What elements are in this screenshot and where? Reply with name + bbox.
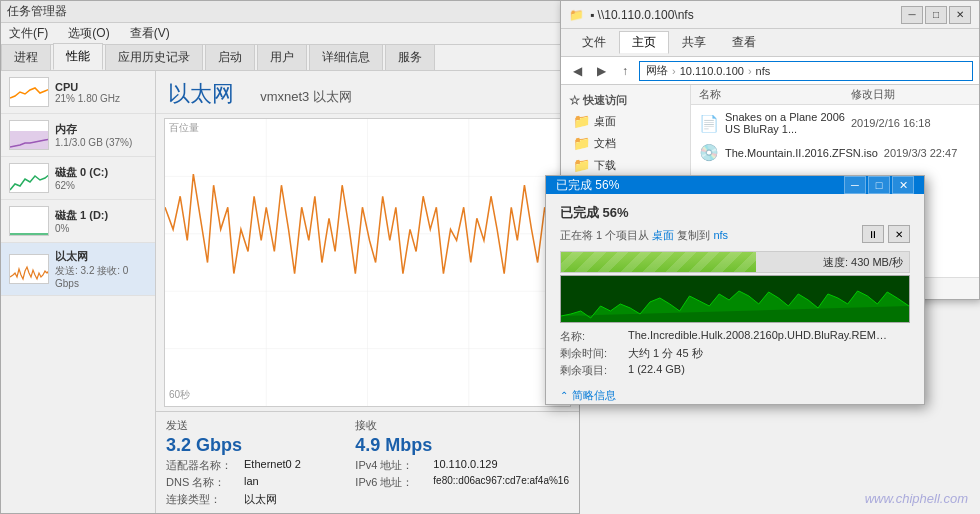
maximize-button[interactable]: □ bbox=[925, 6, 947, 24]
sidebar-item-disk0[interactable]: 磁盘 0 (C:) 62% bbox=[1, 157, 155, 200]
quick-access-label: ☆ 快速访问 bbox=[561, 91, 690, 110]
desc-from: 桌面 bbox=[652, 229, 674, 241]
ribbon-tab-view[interactable]: 查看 bbox=[719, 31, 769, 54]
network-chart-svg bbox=[165, 119, 570, 406]
disk1-info: 磁盘 1 (D:) 0% bbox=[55, 208, 147, 234]
ethernet-info: 以太网 发送: 3.2 接收: 0 Gbps bbox=[55, 249, 147, 289]
file-row[interactable]: 💿 The.Mountain.II.2016.ZFSN.iso 2019/3/3… bbox=[691, 139, 979, 166]
dialog-titlebar: 已完成 56% ─ □ ✕ bbox=[546, 176, 924, 194]
path-network: 网络 bbox=[646, 63, 668, 78]
recv-section: 接收 4.9 Mbps IPv4 地址： 10.110.0.129 IPv6 地… bbox=[355, 418, 569, 507]
speed-label: 速度: 430 MB/秒 bbox=[823, 255, 903, 270]
adapter-value: Ethernet0 2 bbox=[244, 458, 301, 473]
chart-label: 百位量 bbox=[169, 121, 199, 135]
menu-file[interactable]: 文件(F) bbox=[5, 23, 52, 44]
col-date-header[interactable]: 修改日期 bbox=[851, 87, 971, 102]
disk1-sparkline bbox=[9, 206, 49, 236]
up-button[interactable]: ↑ bbox=[615, 61, 635, 81]
forward-button[interactable]: ▶ bbox=[591, 61, 611, 81]
ipv4-label: IPv4 地址： bbox=[355, 458, 425, 473]
minimize-button[interactable]: ─ bbox=[901, 6, 923, 24]
address-path[interactable]: 网络 › 10.110.0.100 › nfs bbox=[639, 61, 973, 81]
back-button[interactable]: ◀ bbox=[567, 61, 587, 81]
sidebar-item-memory[interactable]: 内存 1.1/3.0 GB (37%) bbox=[1, 114, 155, 157]
tab-performance[interactable]: 性能 bbox=[53, 43, 103, 70]
taskmanager-tabs: 进程 性能 应用历史记录 启动 用户 详细信息 服务 bbox=[1, 45, 579, 71]
taskmanager-menu: 文件(F) 选项(O) 查看(V) bbox=[1, 23, 579, 45]
copy-dialog: 已完成 56% ─ □ ✕ 已完成 56% 正在将 1 个项目从 桌面 复制到 … bbox=[545, 175, 925, 405]
expand-button[interactable]: ⌃ 简略信息 bbox=[560, 388, 910, 403]
taskmanager-content: 以太网 vmxnet3 以太网 百位量 60秒 bbox=[156, 71, 579, 513]
menu-view[interactable]: 查看(V) bbox=[126, 23, 174, 44]
close-button[interactable]: ✕ bbox=[949, 6, 971, 24]
disk0-title: 磁盘 0 (C:) bbox=[55, 165, 147, 180]
disk1-detail: 0% bbox=[55, 223, 147, 234]
file-date-0: 2019/2/16 16:18 bbox=[851, 117, 971, 129]
recv-value: 4.9 Mbps bbox=[355, 435, 569, 456]
file-row[interactable]: 📄 Snakes on a Plane 2006 US BluRay 1... … bbox=[691, 107, 979, 139]
path-host: 10.110.0.100 bbox=[680, 65, 744, 77]
chart-time: 60秒 bbox=[169, 388, 190, 402]
network-chart-area: 百位量 60秒 bbox=[164, 118, 571, 407]
meta-value-2: 1 (22.4 GB) bbox=[628, 363, 685, 378]
sidebar-item-disk1[interactable]: 磁盘 1 (D:) 0% bbox=[1, 200, 155, 243]
copy-controls: ⏸ ✕ bbox=[862, 225, 910, 243]
taskmanager-titlebar: 任务管理器 bbox=[1, 1, 579, 23]
dialog-content: 已完成 56% 正在将 1 个项目从 桌面 复制到 nfs ⏸ ✕ 速度: 43… bbox=[546, 194, 924, 413]
dialog-close-button[interactable]: ✕ bbox=[892, 176, 914, 194]
sidebar-item-ethernet[interactable]: 以太网 发送: 3.2 接收: 0 Gbps bbox=[1, 243, 155, 296]
taskmanager-window: 任务管理器 文件(F) 选项(O) 查看(V) 进程 性能 应用历史记录 启动 … bbox=[0, 0, 580, 514]
dns-row: DNS 名称： lan bbox=[166, 475, 351, 490]
dns-value: lan bbox=[244, 475, 259, 490]
explorer-win-controls: ─ □ ✕ bbox=[901, 6, 971, 24]
memory-detail: 1.1/3.0 GB (37%) bbox=[55, 137, 147, 148]
menu-options[interactable]: 选项(O) bbox=[64, 23, 113, 44]
tab-details[interactable]: 详细信息 bbox=[309, 44, 383, 70]
ipv4-row: IPv4 地址： 10.110.0.129 bbox=[355, 458, 569, 473]
documents-folder-icon: 📁 bbox=[573, 135, 590, 151]
tab-processes[interactable]: 进程 bbox=[1, 44, 51, 70]
pause-button[interactable]: ⏸ bbox=[862, 225, 884, 243]
stop-button[interactable]: ✕ bbox=[888, 225, 910, 243]
sidebar-desktop[interactable]: 📁 桌面 bbox=[561, 110, 690, 132]
content-subtitle: vmxnet3 以太网 bbox=[260, 89, 352, 104]
file-date-1: 2019/3/3 22:47 bbox=[884, 147, 971, 159]
adapter-row: 适配器名称： Ethernet0 2 bbox=[166, 458, 351, 473]
dialog-minimize-button[interactable]: ─ bbox=[844, 176, 866, 194]
meta-row-1: 剩余时间: 大约 1 分 45 秒 bbox=[560, 346, 910, 361]
progress-bar-animation bbox=[561, 252, 756, 272]
column-headers: 名称 修改日期 bbox=[691, 85, 979, 105]
ribbon-tab-share[interactable]: 共享 bbox=[669, 31, 719, 54]
ribbon-tab-file[interactable]: 文件 bbox=[569, 31, 619, 54]
taskmanager-title: 任务管理器 bbox=[7, 3, 67, 20]
ethernet-detail: 发送: 3.2 接收: 0 Gbps bbox=[55, 264, 147, 289]
memory-sparkline bbox=[9, 120, 49, 150]
dialog-status: 已完成 56% bbox=[560, 204, 910, 222]
path-share: nfs bbox=[756, 65, 771, 77]
sidebar-item-cpu[interactable]: CPU 21% 1.80 GHz bbox=[1, 71, 155, 114]
taskmanager-body: CPU 21% 1.80 GHz 内存 1.1/3.0 GB (37%) bbox=[1, 71, 579, 513]
ipv4-value: 10.110.0.129 bbox=[433, 458, 497, 473]
col-name-header[interactable]: 名称 bbox=[699, 87, 851, 102]
meta-key-1: 剩余时间: bbox=[560, 346, 620, 361]
explorer-ribbon: 文件 主页 共享 查看 bbox=[561, 29, 979, 57]
tab-services[interactable]: 服务 bbox=[385, 44, 435, 70]
file-icon-0: 📄 bbox=[699, 114, 719, 133]
sidebar-desktop-label: 桌面 bbox=[594, 114, 616, 129]
meta-row-2: 剩余项目: 1 (22.4 GB) bbox=[560, 363, 910, 378]
tab-users[interactable]: 用户 bbox=[257, 44, 307, 70]
file-name-0: Snakes on a Plane 2006 US BluRay 1... bbox=[725, 111, 845, 135]
sidebar-documents[interactable]: 📁 文档 bbox=[561, 132, 690, 154]
desc-to: nfs bbox=[713, 229, 728, 241]
dialog-maximize-button[interactable]: □ bbox=[868, 176, 890, 194]
expand-arrow-icon: ⌃ bbox=[560, 390, 568, 401]
explorer-addressbar: ◀ ▶ ↑ 网络 › 10.110.0.100 › nfs bbox=[561, 57, 979, 85]
sidebar-downloads[interactable]: 📁 下载 bbox=[561, 154, 690, 176]
disk0-info: 磁盘 0 (C:) 62% bbox=[55, 165, 147, 191]
tab-app-history[interactable]: 应用历史记录 bbox=[105, 44, 203, 70]
conn-label: 连接类型： bbox=[166, 492, 236, 507]
ribbon-tab-home[interactable]: 主页 bbox=[619, 31, 669, 54]
ipv6-value: fe80::d06ac967:cd7e:af4a%16 bbox=[433, 475, 569, 490]
disk0-sparkline bbox=[9, 163, 49, 193]
tab-startup[interactable]: 启动 bbox=[205, 44, 255, 70]
